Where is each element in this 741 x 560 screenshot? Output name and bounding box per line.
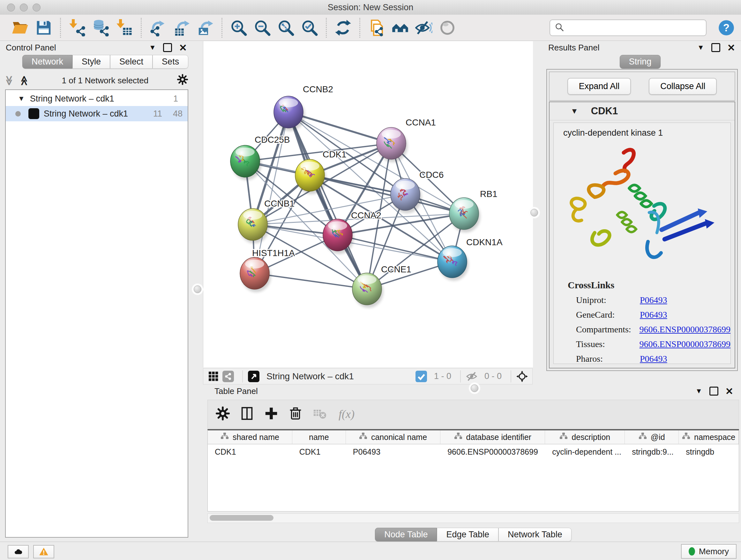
- create-column-icon[interactable]: [264, 406, 279, 422]
- gene-symbol: CDK1: [591, 105, 618, 117]
- node-label: CCNB2: [303, 84, 333, 94]
- duplicate-network-icon[interactable]: [365, 17, 388, 39]
- search-input[interactable]: [564, 22, 701, 33]
- open-file-icon[interactable]: [8, 17, 32, 39]
- collapse-triangle-icon[interactable]: ▼: [570, 107, 578, 116]
- tab-style[interactable]: Style: [72, 55, 110, 69]
- crosslink-link[interactable]: P06493: [640, 295, 667, 305]
- show-all-icon[interactable]: [435, 17, 459, 39]
- warning-icon[interactable]: [33, 545, 54, 558]
- network-node-CDKN1A[interactable]: CDKN1A: [437, 237, 502, 281]
- selected-checkbox-icon[interactable]: [415, 371, 427, 382]
- panel-close-icon[interactable]: ✕: [727, 42, 735, 53]
- import-table-file-icon[interactable]: [113, 17, 136, 39]
- export-image-icon[interactable]: [193, 17, 217, 39]
- column-header-@id[interactable]: @id: [625, 430, 679, 444]
- network-node-CCNB1[interactable]: CCNB1: [238, 199, 294, 243]
- crosshair-icon[interactable]: [516, 371, 528, 382]
- import-network-database-icon[interactable]: [89, 17, 113, 39]
- column-header-database-identifier[interactable]: database identifier: [441, 430, 545, 444]
- column-header-label: shared name: [232, 433, 279, 442]
- column-header-namespace[interactable]: namespace: [679, 430, 739, 444]
- horizontal-splitter-handle[interactable]: [471, 384, 478, 392]
- tab-select[interactable]: Select: [110, 55, 152, 69]
- help-icon[interactable]: ?: [718, 19, 735, 36]
- panel-float-icon[interactable]: ▼: [695, 387, 702, 395]
- network-node-HIST1H1A[interactable]: HIST1H1A: [240, 248, 295, 292]
- panel-float-icon[interactable]: ▼: [697, 44, 704, 52]
- column-header-description[interactable]: description: [545, 430, 625, 444]
- hide-selected-icon[interactable]: [412, 17, 435, 39]
- panel-maximize-icon[interactable]: [711, 43, 720, 52]
- network-options-gear-icon[interactable]: [177, 74, 188, 87]
- first-neighbors-icon[interactable]: [388, 17, 412, 39]
- zoom-out-icon[interactable]: [251, 17, 274, 39]
- crosslink-link[interactable]: P06493: [640, 354, 667, 364]
- tab-string[interactable]: String: [620, 55, 661, 69]
- network-collection-row[interactable]: ▼ String Network – cdk1 1: [6, 91, 188, 106]
- crosslink-label: Tissues:: [576, 339, 639, 349]
- tab-network-table[interactable]: Network Table: [498, 528, 571, 542]
- crosslinks-heading: CrossLinks: [554, 271, 731, 291]
- panel-maximize-icon[interactable]: [710, 387, 718, 395]
- refresh-icon[interactable]: [331, 17, 355, 39]
- export-network-icon[interactable]: [146, 17, 170, 39]
- right-splitter-handle[interactable]: [530, 209, 538, 216]
- table-cell[interactable]: 9606.ENSP00000378699: [441, 444, 545, 459]
- search-box[interactable]: [549, 19, 706, 36]
- table-gear-icon[interactable]: [215, 406, 230, 422]
- network-node-RB1[interactable]: RB1: [449, 189, 497, 233]
- panel-float-icon[interactable]: ▼: [149, 44, 156, 52]
- table-cell[interactable]: stringdb: [679, 444, 739, 459]
- zoom-in-icon[interactable]: [227, 17, 251, 39]
- zoom-fit-icon[interactable]: [274, 17, 298, 39]
- table-cell[interactable]: stringdb:9...: [625, 444, 679, 459]
- expand-all-icon[interactable]: ≫: [18, 75, 30, 85]
- tab-edge-table[interactable]: Edge Table: [437, 528, 498, 542]
- show-columns-icon[interactable]: [240, 406, 254, 422]
- gene-header[interactable]: ▼ CDK1: [549, 102, 735, 120]
- table-cell[interactable]: cyclin-dependent ...: [545, 444, 625, 459]
- import-network-file-icon[interactable]: [65, 17, 89, 39]
- collapse-all-icon[interactable]: ≫: [4, 75, 15, 85]
- column-header-canonical-name[interactable]: canonical name: [346, 430, 441, 444]
- collapse-triangle-icon[interactable]: ▼: [18, 95, 25, 103]
- panel-close-icon[interactable]: ✕: [179, 42, 187, 53]
- scrollbar-thumb[interactable]: [210, 515, 273, 521]
- table-cell[interactable]: CDK1: [208, 444, 292, 459]
- table-cell[interactable]: P06493: [346, 444, 441, 459]
- column-attr-icon: [220, 432, 229, 442]
- crosslink-link[interactable]: 9606.ENSP00000378699: [639, 339, 731, 349]
- panel-close-icon[interactable]: ✕: [725, 386, 733, 397]
- tab-node-table[interactable]: Node Table: [375, 528, 437, 542]
- collapse-all-button[interactable]: Collapse All: [649, 78, 717, 95]
- left-splitter-handle[interactable]: [194, 286, 201, 293]
- save-session-icon[interactable]: [32, 17, 56, 39]
- crosslink-link[interactable]: 9606.ENSP00000378699: [639, 324, 731, 334]
- cloud-icon[interactable]: [8, 545, 29, 558]
- memory-button[interactable]: Memory: [681, 544, 737, 559]
- detach-view-icon[interactable]: [248, 371, 259, 382]
- node-label: CDC6: [419, 170, 444, 180]
- network-canvas[interactable]: CCNB2 CCNA1 CDC25B CDK1 CDC6: [203, 41, 533, 368]
- crosslink-label: Compartments:: [576, 324, 639, 334]
- toolbar-separator: [326, 18, 327, 38]
- panel-maximize-icon[interactable]: [163, 43, 172, 52]
- share-network-icon[interactable]: [222, 371, 234, 382]
- network-node-CCNE1[interactable]: CCNE1: [352, 264, 411, 308]
- expand-all-button[interactable]: Expand All: [567, 78, 631, 95]
- table-hscrollbar[interactable]: [207, 513, 739, 523]
- tab-network[interactable]: Network: [22, 55, 72, 69]
- network-node-CCNA1[interactable]: CCNA1: [377, 118, 436, 162]
- table-cell[interactable]: CDK1: [292, 444, 346, 459]
- node-count: 11: [153, 109, 162, 119]
- column-header-shared-name[interactable]: shared name: [208, 430, 292, 444]
- zoom-selected-icon[interactable]: [298, 17, 321, 39]
- tab-sets[interactable]: Sets: [152, 55, 188, 69]
- network-tree-row[interactable]: String Network – cdk1 1148: [6, 106, 188, 121]
- crosslink-link[interactable]: P06493: [640, 310, 667, 320]
- delete-columns-icon[interactable]: [288, 406, 303, 422]
- column-header-name[interactable]: name: [292, 430, 346, 444]
- export-table-icon[interactable]: [170, 17, 193, 39]
- birdseye-view-icon[interactable]: [208, 371, 219, 382]
